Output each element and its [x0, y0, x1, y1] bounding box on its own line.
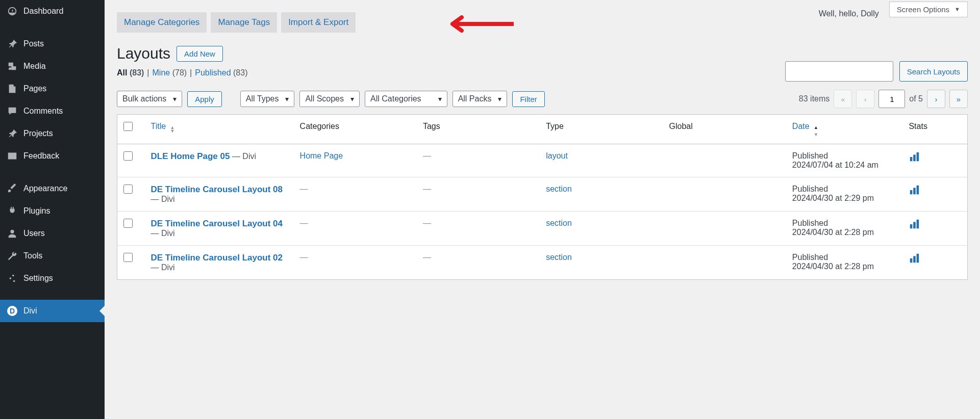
search-input[interactable] — [785, 61, 893, 82]
row-tags: — — [417, 246, 540, 280]
row-checkbox[interactable] — [123, 219, 133, 228]
select-all-checkbox[interactable] — [123, 122, 133, 131]
portfolio-icon — [6, 127, 18, 140]
categories-select[interactable]: All Categories — [365, 91, 447, 107]
filter-all[interactable]: All (83) — [117, 68, 144, 77]
svg-rect-11 — [917, 254, 919, 263]
filter-button[interactable]: Filter — [512, 91, 544, 107]
row-categories: — — [294, 212, 417, 246]
sidebar-item-media[interactable]: Media — [0, 55, 105, 77]
layouts-table: Title ▲▼ Categories Tags Type Global Dat… — [117, 114, 968, 280]
table-row: DLE Home Page 05 — Divi Home Page — layo… — [117, 144, 968, 177]
row-type-link[interactable]: section — [546, 185, 572, 193]
col-date[interactable]: Date ▲▼ — [786, 115, 903, 144]
col-type: Type — [540, 115, 663, 144]
svg-rect-3 — [910, 190, 913, 194]
stats-icon[interactable] — [909, 151, 920, 165]
row-category-link[interactable]: Home Page — [300, 151, 343, 160]
row-title-link[interactable]: DE Timeline Carousel Layout 08 — [150, 185, 283, 194]
row-author: — Divi — [150, 229, 174, 238]
packs-select[interactable]: All Packs — [453, 91, 508, 107]
screen-options-toggle[interactable]: Screen Options ▼ — [889, 2, 968, 17]
stats-icon[interactable] — [909, 219, 920, 232]
stats-icon[interactable] — [909, 253, 920, 266]
row-categories: — — [294, 177, 417, 212]
row-type-link[interactable]: section — [546, 253, 572, 261]
sort-icon: ▲▼ — [170, 126, 175, 133]
sidebar-item-plugins[interactable]: Plugins — [0, 200, 105, 222]
row-title-link[interactable]: DLE Home Page 05 — [150, 151, 230, 161]
svg-rect-0 — [910, 157, 913, 161]
sidebar-item-divi[interactable]: D Divi — [0, 300, 105, 322]
row-tags: — — [417, 177, 540, 212]
row-global — [663, 246, 786, 280]
scopes-select[interactable]: All Scopes — [299, 91, 360, 107]
row-type-link[interactable]: layout — [546, 151, 568, 160]
svg-rect-7 — [914, 222, 916, 228]
filter-published[interactable]: Published (83) — [195, 68, 247, 77]
col-title[interactable]: Title ▲▼ — [144, 115, 293, 144]
svg-rect-6 — [910, 224, 913, 228]
row-date: Published2024/04/30 at 2:29 pm — [786, 177, 903, 212]
page-next-button[interactable]: › — [927, 90, 945, 108]
row-type-link[interactable]: section — [546, 219, 572, 227]
feedback-icon — [6, 150, 18, 162]
row-checkbox[interactable] — [123, 185, 133, 194]
row-checkbox[interactable] — [123, 253, 133, 262]
svg-rect-5 — [917, 186, 919, 194]
sidebar-item-tools[interactable]: Tools — [0, 245, 105, 267]
chevron-down-icon: ▼ — [954, 6, 960, 12]
add-new-button[interactable]: Add New — [177, 46, 223, 62]
sidebar-item-users[interactable]: Users — [0, 222, 105, 245]
row-date: Published2024/04/30 at 2:28 pm — [786, 212, 903, 246]
sidebar-item-pages[interactable]: Pages — [0, 77, 105, 100]
row-global — [663, 212, 786, 246]
table-row: DE Timeline Carousel Layout 08 — Divi — … — [117, 177, 968, 212]
brush-icon — [6, 182, 18, 195]
row-title-link[interactable]: DE Timeline Carousel Layout 04 — [150, 219, 283, 228]
row-global — [663, 177, 786, 212]
svg-rect-2 — [917, 152, 919, 161]
bulk-actions-select[interactable]: Bulk actions — [117, 91, 182, 107]
subtab-manage-tags[interactable]: Manage Tags — [211, 12, 277, 33]
sidebar-item-comments[interactable]: Comments — [0, 100, 105, 122]
sidebar-item-label: Projects — [23, 129, 53, 138]
svg-rect-8 — [917, 220, 919, 228]
page-first-button: « — [834, 90, 852, 108]
col-tags: Tags — [417, 115, 540, 144]
items-count: 83 items — [799, 94, 830, 103]
sidebar-item-label: Posts — [23, 39, 44, 48]
sidebar-item-label: Divi — [23, 306, 37, 316]
sidebar-item-label: Feedback — [23, 151, 59, 161]
search-layouts-button[interactable]: Search Layouts — [899, 61, 968, 82]
stats-icon[interactable] — [909, 185, 920, 198]
row-date: Published2024/07/04 at 10:24 am — [786, 144, 903, 177]
row-checkbox[interactable] — [123, 151, 133, 161]
sidebar-item-dashboard[interactable]: Dashboard — [0, 0, 105, 22]
table-row: DE Timeline Carousel Layout 02 — Divi — … — [117, 246, 968, 280]
page-number-input[interactable] — [878, 90, 905, 108]
types-select[interactable]: All Types — [240, 91, 295, 107]
filter-mine[interactable]: Mine (78) — [153, 68, 187, 77]
sidebar-item-appearance[interactable]: Appearance — [0, 177, 105, 200]
col-stats: Stats — [902, 115, 967, 144]
sliders-icon — [6, 272, 18, 284]
col-global: Global — [663, 115, 786, 144]
page-last-button[interactable]: » — [949, 90, 968, 108]
row-author: — Divi — [150, 263, 174, 272]
pin-icon — [6, 38, 18, 50]
subtab-manage-categories[interactable]: Manage Categories — [117, 12, 207, 33]
row-title-link[interactable]: DE Timeline Carousel Layout 02 — [150, 253, 283, 263]
sidebar-item-settings[interactable]: Settings — [0, 267, 105, 290]
apply-button[interactable]: Apply — [187, 91, 222, 107]
sidebar-item-projects[interactable]: Projects — [0, 122, 105, 145]
sidebar-item-feedback[interactable]: Feedback — [0, 145, 105, 167]
subtab-import-export[interactable]: Import & Export — [281, 12, 356, 33]
row-categories: Home Page — [294, 144, 417, 177]
sidebar-item-label: Tools — [23, 251, 42, 260]
sidebar-item-posts[interactable]: Posts — [0, 33, 105, 55]
sidebar-item-label: Dashboard — [23, 7, 63, 16]
svg-rect-1 — [914, 154, 916, 161]
wrench-icon — [6, 250, 18, 262]
of-pages: of 5 — [909, 94, 923, 103]
